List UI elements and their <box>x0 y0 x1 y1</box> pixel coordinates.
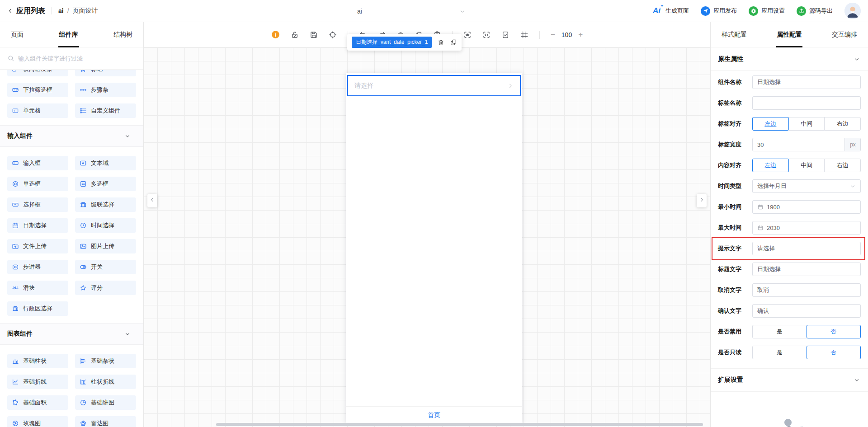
page-select-dropdown[interactable]: ai <box>348 0 466 22</box>
content-align-option[interactable]: 左边 <box>752 159 789 172</box>
time-type-select[interactable]: 选择年月日 <box>752 179 861 193</box>
disabled-option[interactable]: 否 <box>807 325 861 338</box>
toolbar-code-view-icon[interactable] <box>482 31 491 39</box>
cancel-text-input[interactable]: 取消 <box>752 283 861 297</box>
label-width-input[interactable]: 30 px <box>752 138 861 151</box>
content-align-option[interactable]: 中间 <box>788 159 825 172</box>
toolbar-doc-check-icon[interactable] <box>501 31 509 39</box>
component-label: 多选框 <box>91 180 108 188</box>
content-align-option[interactable]: 右边 <box>824 159 861 172</box>
date-picker-component[interactable]: 请选择 <box>347 75 521 96</box>
back-label: 应用列表 <box>16 6 45 16</box>
component-item[interactable]: 雷达图 <box>75 416 136 427</box>
toolbar-unlock-icon[interactable] <box>291 31 299 39</box>
label-align-option[interactable]: 右边 <box>824 117 861 131</box>
label-name-input[interactable] <box>752 96 861 110</box>
toolbar-frame-icon[interactable] <box>520 31 528 39</box>
component-item[interactable]: 标记 <box>75 70 136 76</box>
inspector-tab-style[interactable]: 样式配置 <box>722 22 747 47</box>
component-item[interactable]: 单选框 <box>7 177 68 191</box>
app-settings-button[interactable]: 应用设置 <box>749 6 785 16</box>
component-item[interactable]: 步骤条 <box>75 83 136 97</box>
component-item[interactable]: 级联选择 <box>75 197 136 212</box>
sidebar-tab-pages[interactable]: 页面 <box>11 22 24 47</box>
component-group-header[interactable]: 图表组件 <box>0 323 143 345</box>
component-item[interactable]: 步进器 <box>7 260 68 274</box>
extend-settings-section[interactable]: 扩展设置 <box>711 368 868 392</box>
component-item[interactable]: 日期选择 <box>7 218 68 233</box>
collapse-left-panel[interactable] <box>147 194 157 207</box>
picker-placeholder: 请选择 <box>354 82 373 90</box>
native-props-section[interactable]: 原生属性 <box>711 47 868 71</box>
component-item[interactable]: 基础柱状 <box>7 354 68 368</box>
zoom-out-button[interactable]: − <box>551 31 555 38</box>
component-item[interactable]: 文件上传 <box>7 239 68 253</box>
sidebar-tab-tree[interactable]: 结构树 <box>113 22 132 47</box>
readonly-option[interactable]: 否 <box>807 346 861 359</box>
ai-logo-icon: Ai✦ <box>653 6 662 15</box>
component-item[interactable]: 选择框 <box>7 197 68 212</box>
component-item[interactable]: 评分 <box>75 281 136 295</box>
inspector-tab-props[interactable]: 属性配置 <box>777 22 802 47</box>
confirm-text-input[interactable]: 确认 <box>752 304 861 318</box>
component-item[interactable]: 下拉筛选框 <box>7 83 68 97</box>
component-item[interactable]: 自定义组件 <box>75 103 136 118</box>
min-time-input[interactable]: 1900 <box>752 200 861 214</box>
publish-icon <box>701 6 710 16</box>
component-item[interactable]: 基础条状 <box>75 354 136 368</box>
copy-component-icon[interactable] <box>450 39 457 46</box>
toolbar-crosshair-icon[interactable] <box>329 31 337 39</box>
component-item[interactable]: 开关 <box>75 260 136 274</box>
readonly-segmented: 是否 <box>752 346 861 359</box>
collapse-right-panel[interactable] <box>697 194 707 207</box>
zoom-in-button[interactable]: + <box>578 31 583 38</box>
inspector-tab-interaction[interactable]: 交互编排 <box>832 22 857 47</box>
component-item[interactable]: 多选框 <box>75 177 136 191</box>
sidebar-tab-components[interactable]: 组件库 <box>59 22 78 47</box>
app-publish-button[interactable]: 应用发布 <box>701 6 737 16</box>
component-item[interactable]: 玫瑰图 <box>7 416 68 427</box>
component-item[interactable]: 单元格 <box>7 103 68 118</box>
component-item[interactable]: 基础面积 <box>7 395 68 410</box>
component-item[interactable]: 文本域 <box>75 156 136 170</box>
generate-page-button[interactable]: Ai✦生成页面 <box>653 6 689 15</box>
sidebar-tabs: 页面组件库结构树 <box>0 22 143 47</box>
toolbar-save-icon[interactable] <box>310 31 318 39</box>
max-time-input[interactable]: 2030 <box>752 221 861 235</box>
label-align-option[interactable]: 中间 <box>788 117 825 131</box>
toolbar-info-icon[interactable] <box>271 30 280 39</box>
canvas-grid[interactable]: 请选择 首页 <box>144 47 710 427</box>
component-item[interactable]: 基础折线 <box>7 375 68 389</box>
breadcrumb-app[interactable]: ai <box>58 7 64 14</box>
component-item[interactable]: 输入框 <box>7 156 68 170</box>
group-title: 图表组件 <box>7 330 33 338</box>
title-text-input[interactable]: 日期选择 <box>752 263 861 276</box>
component-label: 基础折线 <box>23 378 47 386</box>
horizontal-scrollbar[interactable] <box>216 423 703 426</box>
toolbar-preview-eye-icon[interactable] <box>463 31 472 39</box>
component-item[interactable]: 行政区选择 <box>7 301 68 316</box>
disabled-option[interactable]: 是 <box>752 325 807 338</box>
component-item[interactable]: 时间选择 <box>75 218 136 233</box>
component-group-header[interactable]: 输入组件 <box>0 125 143 147</box>
component-item[interactable]: 柱状折线 <box>75 375 136 389</box>
component-item[interactable]: 基础饼图 <box>75 395 136 410</box>
component-item[interactable]: 横向进度条 <box>7 70 68 76</box>
action-label: 源码导出 <box>809 7 833 15</box>
component-item[interactable]: 滑块 <box>7 281 68 295</box>
placeholder-text-input[interactable]: 请选择 <box>752 242 861 255</box>
tab-home[interactable]: 首页 <box>428 411 440 419</box>
property-row-content-align: 内容对齐左边中间右边 <box>718 159 861 172</box>
readonly-option[interactable]: 是 <box>752 346 807 359</box>
component-item[interactable]: 图片上传 <box>75 239 136 253</box>
label-align-option[interactable]: 左边 <box>752 117 789 131</box>
tag-icon <box>80 70 87 73</box>
input-icon <box>12 160 19 167</box>
delete-component-icon[interactable] <box>437 39 444 46</box>
user-avatar[interactable] <box>844 3 861 19</box>
component-name-input[interactable]: 日期选择 <box>752 75 861 89</box>
source-export-button[interactable]: 源码导出 <box>797 6 833 16</box>
phone-preview[interactable]: 请选择 首页 <box>346 73 522 423</box>
back-to-app-list[interactable]: 应用列表 <box>7 6 45 16</box>
search-input[interactable] <box>18 55 136 62</box>
